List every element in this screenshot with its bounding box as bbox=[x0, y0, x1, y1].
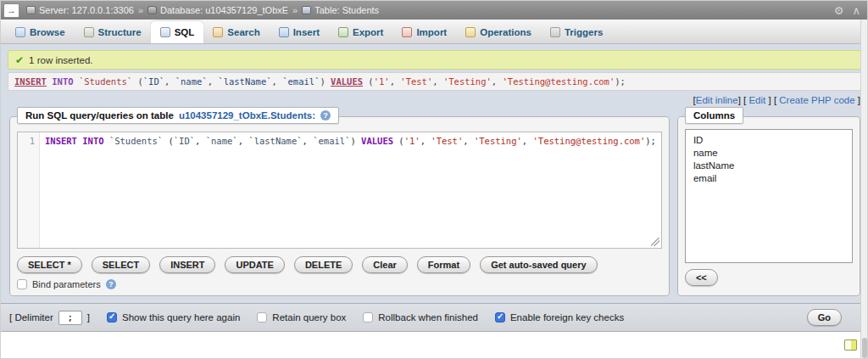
select-star-button[interactable]: SELECT * bbox=[17, 256, 82, 273]
breadcrumb: Server: 127.0.0.1:3306 » Database: u1043… bbox=[26, 5, 379, 15]
bind-parameters-checkbox[interactable] bbox=[17, 279, 27, 289]
column-item[interactable]: email bbox=[693, 172, 844, 185]
table-tab-bar: Browse Structure SQL Search Insert Expor… bbox=[1, 20, 868, 44]
tab-insert[interactable]: Insert bbox=[270, 21, 329, 43]
tab-operations[interactable]: Operations bbox=[456, 21, 541, 43]
query-edit-links: [Edit inline] [ Edit ] [ Create PHP code… bbox=[8, 95, 860, 105]
console-icon[interactable] bbox=[844, 339, 857, 351]
vertical-scrollbar[interactable] bbox=[860, 20, 867, 359]
option-label: Enable foreign key checks bbox=[510, 312, 624, 323]
breadcrumb-database[interactable]: Database: u104357129_tObxE bbox=[147, 5, 288, 15]
tab-structure[interactable]: Structure bbox=[75, 21, 151, 43]
topbar-actions: ⚙ ∧ bbox=[834, 5, 860, 16]
tab-browse[interactable]: Browse bbox=[6, 21, 75, 43]
editor-resize-handle[interactable] bbox=[651, 238, 659, 246]
column-item[interactable]: name bbox=[693, 147, 844, 160]
breadcrumb-database-label: Database: u104357129_tObxE bbox=[160, 5, 288, 15]
sql-editor[interactable]: 1 INSERT INTO `Students` (`ID`, `name`, … bbox=[17, 132, 662, 249]
breadcrumb-table[interactable]: Table: Students bbox=[302, 5, 379, 15]
import-icon bbox=[402, 27, 412, 37]
table-icon bbox=[302, 6, 311, 14]
tab-label: SQL bbox=[175, 27, 195, 37]
option-rollback-when-finished[interactable]: Rollback when finished bbox=[363, 312, 478, 323]
foreign-key-checks-checkbox[interactable] bbox=[495, 312, 505, 323]
insert-icon bbox=[279, 27, 289, 37]
option-label: Retain query box bbox=[272, 312, 346, 323]
edit-inline-link[interactable]: Edit inline bbox=[696, 95, 738, 105]
tab-export[interactable]: Export bbox=[329, 21, 392, 43]
option-show-query-again[interactable]: Show this query here again bbox=[107, 312, 240, 323]
success-check-icon: ✔ bbox=[15, 54, 24, 66]
delimiter-label: [ Delimiter bbox=[9, 312, 53, 323]
breadcrumb-table-label: Table: Students bbox=[314, 5, 379, 15]
bracket: ] bbox=[738, 95, 741, 105]
executed-query-display: INSERT INTO `Students` (`ID`, `name`, `l… bbox=[8, 72, 862, 91]
browse-icon bbox=[15, 27, 25, 37]
select-button[interactable]: SELECT bbox=[92, 256, 150, 273]
success-message: ✔ 1 row inserted. bbox=[8, 50, 862, 70]
sql-query-legend: Run SQL query/queries on table u10435712… bbox=[17, 107, 339, 124]
update-button[interactable]: UPDATE bbox=[225, 256, 284, 273]
query-panels: Run SQL query/queries on table u10435712… bbox=[9, 116, 860, 296]
edit-link[interactable]: Edit bbox=[748, 95, 765, 105]
sql-query-fieldset: Run SQL query/queries on table u10435712… bbox=[9, 116, 670, 296]
success-message-text: 1 row inserted. bbox=[29, 55, 92, 65]
editor-code-line: INSERT INTO `Students` (`ID`, `name`, `l… bbox=[40, 132, 661, 248]
columns-legend: Columns bbox=[685, 107, 743, 124]
breadcrumb-server-label: Server: 127.0.0.1:3306 bbox=[39, 5, 134, 15]
insert-button[interactable]: INSERT bbox=[159, 256, 215, 273]
tab-label: Structure bbox=[98, 27, 142, 37]
tab-import[interactable]: Import bbox=[392, 21, 456, 43]
get-auto-saved-query-button[interactable]: Get auto-saved query bbox=[480, 256, 597, 273]
search-icon bbox=[213, 27, 223, 37]
columns-fieldset: Columns ID name lastName email << bbox=[677, 116, 860, 296]
create-php-code-link[interactable]: Create PHP code bbox=[779, 95, 854, 105]
scrollbar-thumb[interactable] bbox=[862, 338, 867, 358]
delimiter-label-close: ] bbox=[87, 312, 90, 323]
columns-legend-text: Columns bbox=[693, 110, 735, 121]
tab-label: Import bbox=[416, 27, 447, 37]
bracket: ] bbox=[768, 95, 771, 105]
tab-triggers[interactable]: Triggers bbox=[541, 21, 612, 43]
column-item[interactable]: lastName bbox=[693, 160, 844, 172]
delete-button[interactable]: DELETE bbox=[294, 256, 353, 273]
bind-parameters-row: Bind parameters ? bbox=[17, 279, 662, 289]
server-breadcrumb-bar: → Server: 127.0.0.1:3306 » Database: u10… bbox=[1, 1, 868, 20]
columns-list[interactable]: ID name lastName email bbox=[685, 129, 853, 263]
show-query-again-checkbox[interactable] bbox=[107, 312, 117, 323]
legend-table-link[interactable]: u104357129_tObxE.Students: bbox=[179, 110, 315, 121]
help-icon[interactable]: ? bbox=[106, 279, 116, 289]
retain-query-box-checkbox[interactable] bbox=[257, 312, 267, 323]
rollback-checkbox[interactable] bbox=[363, 312, 373, 323]
breadcrumb-separator: » bbox=[138, 5, 143, 15]
tab-search[interactable]: Search bbox=[203, 21, 269, 43]
format-button[interactable]: Format bbox=[417, 256, 470, 273]
page-bottom-area bbox=[1, 332, 868, 359]
legend-text: Run SQL query/queries on table bbox=[25, 110, 174, 121]
go-button[interactable]: Go bbox=[807, 309, 842, 326]
query-template-buttons: SELECT * SELECT INSERT UPDATE DELETE Cle… bbox=[17, 256, 662, 273]
delimiter-input[interactable] bbox=[58, 311, 82, 325]
option-enable-foreign-key-checks[interactable]: Enable foreign key checks bbox=[495, 312, 624, 323]
export-icon bbox=[338, 27, 348, 37]
tab-label: Operations bbox=[480, 27, 531, 37]
breadcrumb-server[interactable]: Server: 127.0.0.1:3306 bbox=[26, 5, 134, 15]
tab-label: Browse bbox=[30, 27, 65, 37]
breadcrumb-separator: » bbox=[292, 5, 298, 15]
option-retain-query-box[interactable]: Retain query box bbox=[257, 312, 346, 323]
tab-sql[interactable]: SQL bbox=[151, 21, 204, 43]
bind-parameters-label: Bind parameters bbox=[32, 279, 101, 289]
collapse-panel-icon[interactable]: ∧ bbox=[852, 5, 860, 16]
settings-gear-icon[interactable]: ⚙ bbox=[834, 5, 844, 16]
main-content: ✔ 1 row inserted. INSERT INTO `Students`… bbox=[1, 44, 868, 332]
columns-collapse-button[interactable]: << bbox=[685, 269, 718, 286]
operations-icon bbox=[465, 27, 476, 37]
option-label: Show this query here again bbox=[122, 312, 240, 323]
triggers-icon bbox=[550, 27, 560, 37]
nav-panel-toggle-button[interactable]: → bbox=[3, 3, 19, 18]
column-item[interactable]: ID bbox=[693, 134, 844, 147]
phpmyadmin-window: → Server: 127.0.0.1:3306 » Database: u10… bbox=[0, 0, 868, 359]
clear-button[interactable]: Clear bbox=[362, 256, 408, 273]
query-options-toolbar: [ Delimiter ] Show this query here again… bbox=[1, 303, 868, 332]
help-icon[interactable]: ? bbox=[320, 110, 331, 121]
